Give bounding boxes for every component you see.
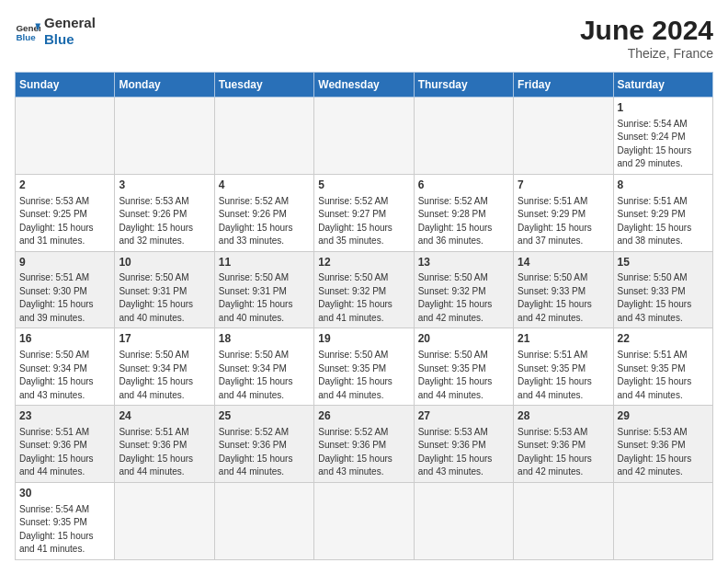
- day-number: 8: [618, 178, 709, 193]
- day-number: 27: [418, 408, 509, 424]
- calendar-week-row: 9Sunrise: 5:51 AM Sunset: 9:30 PM Daylig…: [16, 251, 713, 328]
- day-number: 1: [618, 100, 709, 116]
- calendar-day-cell: 21Sunrise: 5:51 AM Sunset: 9:35 PM Dayli…: [514, 328, 613, 406]
- day-info-text: Sunrise: 5:52 AM Sunset: 9:27 PM Dayligh…: [318, 195, 409, 248]
- calendar-day-cell: 28Sunrise: 5:53 AM Sunset: 9:36 PM Dayli…: [514, 406, 613, 483]
- calendar-day-cell: 27Sunrise: 5:53 AM Sunset: 9:36 PM Dayli…: [414, 406, 513, 483]
- calendar-day-cell: 13Sunrise: 5:50 AM Sunset: 9:32 PM Dayli…: [414, 251, 513, 328]
- calendar-day-cell: 1Sunrise: 5:54 AM Sunset: 9:24 PM Daylig…: [613, 98, 712, 175]
- calendar-day-cell: 12Sunrise: 5:50 AM Sunset: 9:32 PM Dayli…: [314, 251, 414, 328]
- day-number: 2: [19, 178, 110, 193]
- calendar-week-row: 2Sunrise: 5:53 AM Sunset: 9:25 PM Daylig…: [16, 174, 713, 251]
- calendar-day-cell: [514, 98, 613, 175]
- calendar-day-cell: 14Sunrise: 5:50 AM Sunset: 9:33 PM Dayli…: [514, 251, 613, 328]
- day-number: 23: [19, 408, 110, 424]
- day-number: 9: [19, 255, 110, 270]
- day-number: 14: [518, 255, 609, 270]
- day-info-text: Sunrise: 5:53 AM Sunset: 9:36 PM Dayligh…: [418, 426, 509, 479]
- calendar-day-header: Tuesday: [214, 73, 313, 98]
- day-number: 24: [119, 408, 210, 424]
- generalblue-logo-icon: General Blue: [15, 18, 40, 44]
- calendar-day-cell: 8Sunrise: 5:51 AM Sunset: 9:29 PM Daylig…: [613, 174, 712, 251]
- calendar-day-header: Thursday: [414, 73, 513, 98]
- day-number: 21: [518, 331, 609, 347]
- logo-general-text: General: [44, 15, 96, 31]
- day-info-text: Sunrise: 5:50 AM Sunset: 9:33 PM Dayligh…: [518, 271, 609, 325]
- day-info-text: Sunrise: 5:50 AM Sunset: 9:33 PM Dayligh…: [618, 271, 709, 325]
- calendar-day-cell: 9Sunrise: 5:51 AM Sunset: 9:30 PM Daylig…: [16, 251, 115, 328]
- calendar-day-cell: [214, 98, 313, 175]
- calendar-day-cell: 2Sunrise: 5:53 AM Sunset: 9:25 PM Daylig…: [16, 174, 115, 251]
- calendar-day-cell: [414, 98, 513, 175]
- day-number: 4: [219, 178, 310, 193]
- day-number: 7: [518, 178, 609, 193]
- calendar-day-cell: 29Sunrise: 5:53 AM Sunset: 9:36 PM Dayli…: [613, 406, 712, 483]
- calendar-week-row: 30Sunrise: 5:54 AM Sunset: 9:35 PM Dayli…: [16, 482, 713, 559]
- calendar-week-row: 23Sunrise: 5:51 AM Sunset: 9:36 PM Dayli…: [16, 406, 713, 483]
- day-info-text: Sunrise: 5:50 AM Sunset: 9:32 PM Dayligh…: [318, 271, 409, 325]
- calendar-day-cell: 26Sunrise: 5:52 AM Sunset: 9:36 PM Dayli…: [314, 406, 414, 483]
- day-info-text: Sunrise: 5:54 AM Sunset: 9:24 PM Dayligh…: [618, 118, 709, 171]
- calendar-day-cell: [314, 482, 414, 559]
- day-number: 15: [618, 255, 709, 270]
- calendar-day-cell: 6Sunrise: 5:52 AM Sunset: 9:28 PM Daylig…: [414, 174, 513, 251]
- calendar-day-header: Friday: [514, 73, 613, 98]
- calendar-day-cell: 15Sunrise: 5:50 AM Sunset: 9:33 PM Dayli…: [613, 251, 712, 328]
- calendar-day-cell: 30Sunrise: 5:54 AM Sunset: 9:35 PM Dayli…: [16, 482, 115, 559]
- day-info-text: Sunrise: 5:52 AM Sunset: 9:36 PM Dayligh…: [318, 426, 409, 479]
- day-info-text: Sunrise: 5:51 AM Sunset: 9:35 PM Dayligh…: [518, 349, 609, 402]
- calendar-day-cell: [115, 482, 214, 559]
- calendar-day-cell: [115, 98, 214, 175]
- day-info-text: Sunrise: 5:51 AM Sunset: 9:35 PM Dayligh…: [618, 349, 709, 402]
- day-number: 20: [418, 331, 509, 347]
- day-info-text: Sunrise: 5:50 AM Sunset: 9:31 PM Dayligh…: [119, 271, 210, 325]
- calendar-day-cell: 22Sunrise: 5:51 AM Sunset: 9:35 PM Dayli…: [613, 328, 712, 406]
- day-info-text: Sunrise: 5:50 AM Sunset: 9:34 PM Dayligh…: [219, 349, 310, 402]
- day-info-text: Sunrise: 5:50 AM Sunset: 9:35 PM Dayligh…: [418, 349, 509, 402]
- page-header: General Blue General Blue June 2024 Thei…: [15, 15, 713, 61]
- day-number: 17: [119, 331, 210, 347]
- day-info-text: Sunrise: 5:52 AM Sunset: 9:26 PM Dayligh…: [219, 195, 310, 248]
- calendar-day-cell: 23Sunrise: 5:51 AM Sunset: 9:36 PM Dayli…: [16, 406, 115, 483]
- day-info-text: Sunrise: 5:51 AM Sunset: 9:29 PM Dayligh…: [518, 195, 609, 248]
- day-number: 11: [219, 255, 310, 270]
- day-info-text: Sunrise: 5:51 AM Sunset: 9:36 PM Dayligh…: [19, 426, 110, 479]
- day-number: 16: [19, 331, 110, 347]
- title-block: June 2024 Theize, France: [580, 15, 713, 61]
- day-number: 12: [318, 255, 409, 270]
- calendar-day-cell: 25Sunrise: 5:52 AM Sunset: 9:36 PM Dayli…: [214, 406, 313, 483]
- day-info-text: Sunrise: 5:53 AM Sunset: 9:25 PM Dayligh…: [19, 195, 110, 248]
- day-info-text: Sunrise: 5:50 AM Sunset: 9:34 PM Dayligh…: [19, 349, 110, 402]
- day-info-text: Sunrise: 5:51 AM Sunset: 9:30 PM Dayligh…: [19, 271, 110, 325]
- calendar-day-cell: 7Sunrise: 5:51 AM Sunset: 9:29 PM Daylig…: [514, 174, 613, 251]
- calendar-day-cell: 24Sunrise: 5:51 AM Sunset: 9:36 PM Dayli…: [115, 406, 214, 483]
- day-info-text: Sunrise: 5:54 AM Sunset: 9:35 PM Dayligh…: [19, 503, 110, 557]
- location-subtitle: Theize, France: [580, 46, 713, 61]
- calendar-day-header: Sunday: [16, 73, 115, 98]
- logo-blue-text: Blue: [44, 31, 96, 48]
- day-info-text: Sunrise: 5:50 AM Sunset: 9:34 PM Dayligh…: [119, 349, 210, 402]
- day-number: 28: [518, 408, 609, 424]
- calendar-day-cell: 10Sunrise: 5:50 AM Sunset: 9:31 PM Dayli…: [115, 251, 214, 328]
- day-number: 10: [119, 255, 210, 270]
- calendar-day-cell: 4Sunrise: 5:52 AM Sunset: 9:26 PM Daylig…: [214, 174, 313, 251]
- day-number: 6: [418, 178, 509, 193]
- calendar-day-cell: 16Sunrise: 5:50 AM Sunset: 9:34 PM Dayli…: [16, 328, 115, 406]
- calendar-day-cell: 17Sunrise: 5:50 AM Sunset: 9:34 PM Dayli…: [115, 328, 214, 406]
- day-info-text: Sunrise: 5:52 AM Sunset: 9:36 PM Dayligh…: [219, 426, 310, 479]
- day-info-text: Sunrise: 5:50 AM Sunset: 9:32 PM Dayligh…: [418, 271, 509, 325]
- day-info-text: Sunrise: 5:53 AM Sunset: 9:36 PM Dayligh…: [618, 426, 709, 479]
- logo: General Blue General Blue: [15, 15, 96, 48]
- calendar-day-cell: [16, 98, 115, 175]
- day-number: 26: [318, 408, 409, 424]
- calendar-day-header: Monday: [115, 73, 214, 98]
- day-info-text: Sunrise: 5:51 AM Sunset: 9:29 PM Dayligh…: [618, 195, 709, 248]
- day-info-text: Sunrise: 5:53 AM Sunset: 9:26 PM Dayligh…: [119, 195, 210, 248]
- calendar-day-cell: 19Sunrise: 5:50 AM Sunset: 9:35 PM Dayli…: [314, 328, 414, 406]
- calendar-day-cell: [613, 482, 712, 559]
- day-number: 29: [618, 408, 709, 424]
- calendar-day-cell: [514, 482, 613, 559]
- day-number: 5: [318, 178, 409, 193]
- day-number: 19: [318, 331, 409, 347]
- calendar-week-row: 16Sunrise: 5:50 AM Sunset: 9:34 PM Dayli…: [16, 328, 713, 406]
